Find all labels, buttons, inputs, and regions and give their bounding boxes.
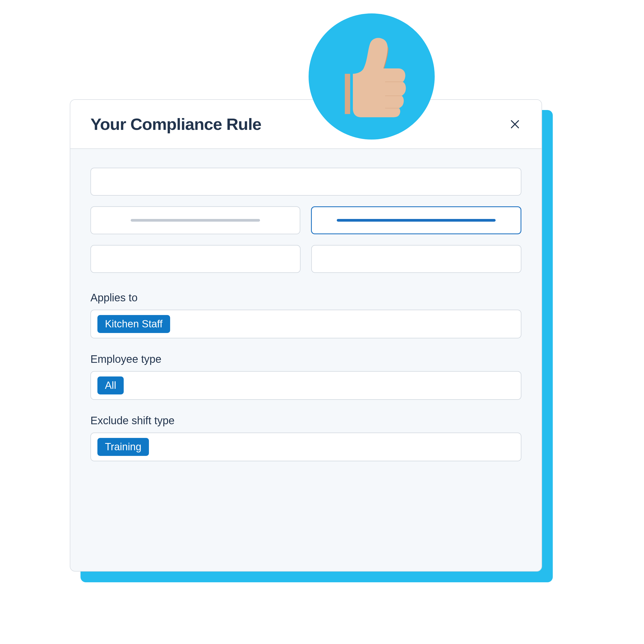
compliance-rule-dialog: Your Compliance Rule xyxy=(70,99,542,572)
thumbs-up-icon xyxy=(331,34,412,119)
thumbs-up-badge xyxy=(309,13,435,140)
employee-type-chip[interactable]: All xyxy=(97,376,124,394)
applies-to-label: Applies to xyxy=(90,292,521,304)
exclude-shift-type-chip[interactable]: Training xyxy=(97,438,149,456)
option-input-left[interactable] xyxy=(90,206,300,234)
active-bar xyxy=(337,219,495,222)
employee-type-label: Employee type xyxy=(90,353,521,365)
dialog-body: Applies to Kitchen Staff Employee type A… xyxy=(70,149,541,472)
option-input-right[interactable] xyxy=(311,206,521,234)
dialog-header: Your Compliance Rule xyxy=(70,100,541,149)
employee-type-group: Employee type All xyxy=(90,353,521,400)
exclude-shift-type-group: Exclude shift type Training xyxy=(90,415,521,461)
value-input-left[interactable] xyxy=(90,245,301,273)
close-icon xyxy=(510,119,520,130)
applies-to-input[interactable]: Kitchen Staff xyxy=(90,310,521,338)
dialog-title: Your Compliance Rule xyxy=(90,115,261,134)
exclude-shift-type-input[interactable]: Training xyxy=(90,433,521,461)
employee-type-input[interactable]: All xyxy=(90,371,521,400)
close-button[interactable] xyxy=(508,118,521,131)
placeholder-bar xyxy=(131,219,260,222)
applies-to-chip[interactable]: Kitchen Staff xyxy=(97,315,170,333)
value-input-right[interactable] xyxy=(311,245,521,273)
applies-to-group: Applies to Kitchen Staff xyxy=(90,292,521,338)
exclude-shift-type-label: Exclude shift type xyxy=(90,415,521,427)
rule-name-input[interactable] xyxy=(90,168,521,196)
